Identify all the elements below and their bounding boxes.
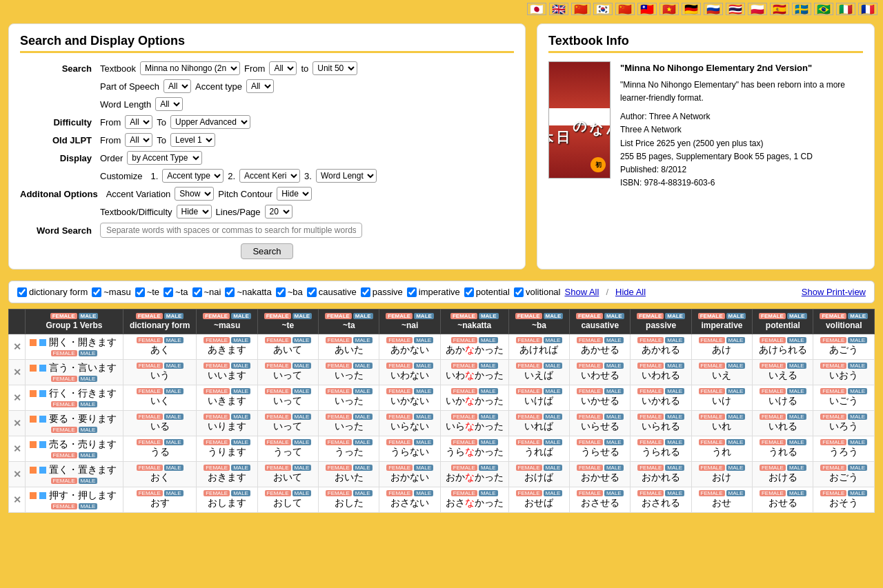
cell-female-btn[interactable]: FEMALE: [265, 465, 291, 471]
show-all-link[interactable]: Show All: [565, 287, 599, 297]
filter-te-checkbox[interactable]: [135, 287, 145, 297]
order-select[interactable]: by Accent Type: [127, 151, 202, 165]
cell-male-btn[interactable]: MALE: [292, 465, 312, 471]
word-male-btn[interactable]: MALE: [79, 350, 98, 356]
cell-male-btn[interactable]: MALE: [787, 414, 806, 420]
th-imperative-female[interactable]: FEMALE: [698, 313, 725, 319]
cell-female-btn[interactable]: FEMALE: [699, 439, 725, 445]
cell-male-btn[interactable]: MALE: [231, 414, 250, 420]
row-close-button[interactable]: ✕: [13, 392, 21, 403]
flag-tw[interactable]: 🇹🇼: [637, 3, 657, 15]
cell-female-btn[interactable]: FEMALE: [451, 439, 477, 445]
cell-male-btn[interactable]: MALE: [164, 337, 183, 343]
cell-male-btn[interactable]: MALE: [231, 439, 250, 445]
th-group1-male[interactable]: MALE: [79, 313, 99, 319]
row-close-button[interactable]: ✕: [13, 341, 21, 352]
cell-male-btn[interactable]: MALE: [353, 388, 373, 394]
accent-type-select[interactable]: All: [246, 79, 274, 93]
cell-female-btn[interactable]: FEMALE: [820, 439, 846, 445]
th-ba-female[interactable]: FEMALE: [515, 313, 542, 319]
cell-female-btn[interactable]: FEMALE: [699, 414, 725, 420]
cell-male-btn[interactable]: MALE: [479, 414, 498, 420]
cell-female-btn[interactable]: FEMALE: [577, 414, 603, 420]
cell-female-btn[interactable]: FEMALE: [326, 363, 352, 369]
cell-female-btn[interactable]: FEMALE: [820, 388, 846, 394]
cell-female-btn[interactable]: FEMALE: [516, 465, 542, 471]
cell-female-btn[interactable]: FEMALE: [451, 465, 477, 471]
th-nakatta-male[interactable]: MALE: [479, 313, 499, 319]
th-nai-male[interactable]: MALE: [414, 313, 434, 319]
cell-male-btn[interactable]: MALE: [353, 337, 373, 343]
cell-female-btn[interactable]: FEMALE: [760, 414, 786, 420]
word-female-btn[interactable]: FEMALE: [51, 452, 77, 458]
word-female-btn[interactable]: FEMALE: [51, 350, 77, 356]
flag-se[interactable]: 🇸🇪: [792, 3, 811, 15]
jlpt-from-select[interactable]: All: [125, 133, 152, 147]
pitch-contour-select[interactable]: Hide: [277, 187, 312, 201]
th-causative-male[interactable]: MALE: [604, 313, 624, 319]
flag-kr[interactable]: 🇰🇷: [593, 3, 613, 15]
cell-female-btn[interactable]: FEMALE: [637, 414, 664, 420]
th-potential-male[interactable]: MALE: [787, 313, 807, 319]
cell-female-btn[interactable]: FEMALE: [516, 414, 542, 420]
word-male-btn[interactable]: MALE: [79, 478, 98, 484]
cell-male-btn[interactable]: MALE: [292, 490, 312, 496]
cell-female-btn[interactable]: FEMALE: [204, 490, 230, 496]
cell-female-btn[interactable]: FEMALE: [577, 388, 603, 394]
flag-fr[interactable]: 🇫🇷: [858, 3, 877, 15]
cell-male-btn[interactable]: MALE: [787, 363, 806, 369]
cell-male-btn[interactable]: MALE: [231, 363, 250, 369]
word-male-btn[interactable]: MALE: [79, 427, 98, 433]
cell-female-btn[interactable]: FEMALE: [637, 337, 664, 343]
th-causative-female[interactable]: FEMALE: [576, 313, 603, 319]
cell-female-btn[interactable]: FEMALE: [760, 388, 786, 394]
cell-male-btn[interactable]: MALE: [604, 363, 624, 369]
filter-nai-checkbox[interactable]: [192, 287, 202, 297]
cell-male-btn[interactable]: MALE: [353, 414, 373, 420]
cell-female-btn[interactable]: FEMALE: [760, 465, 786, 471]
cell-female-btn[interactable]: FEMALE: [699, 363, 725, 369]
cell-male-btn[interactable]: MALE: [544, 337, 563, 343]
flag-ru[interactable]: 🇷🇺: [704, 3, 723, 15]
diff-from-select[interactable]: All: [125, 115, 152, 129]
th-ta-male[interactable]: MALE: [353, 313, 373, 319]
cell-male-btn[interactable]: MALE: [726, 337, 746, 343]
cell-male-btn[interactable]: MALE: [231, 388, 250, 394]
cell-male-btn[interactable]: MALE: [353, 465, 373, 471]
th-potential-female[interactable]: FEMALE: [759, 313, 786, 319]
cell-male-btn[interactable]: MALE: [726, 465, 746, 471]
cell-female-btn[interactable]: FEMALE: [326, 388, 352, 394]
cell-female-btn[interactable]: FEMALE: [265, 337, 291, 343]
cell-male-btn[interactable]: MALE: [292, 388, 312, 394]
cell-male-btn[interactable]: MALE: [164, 439, 183, 445]
cell-female-btn[interactable]: FEMALE: [516, 337, 542, 343]
cell-male-btn[interactable]: MALE: [604, 490, 624, 496]
cell-male-btn[interactable]: MALE: [544, 414, 563, 420]
cell-female-btn[interactable]: FEMALE: [386, 490, 413, 496]
cell-male-btn[interactable]: MALE: [292, 337, 312, 343]
flag-cn[interactable]: 🇨🇳: [571, 3, 591, 15]
cell-male-btn[interactable]: MALE: [604, 337, 624, 343]
word-male-btn[interactable]: MALE: [79, 452, 98, 458]
cell-female-btn[interactable]: FEMALE: [386, 337, 413, 343]
cell-male-btn[interactable]: MALE: [544, 490, 563, 496]
cell-female-btn[interactable]: FEMALE: [699, 337, 725, 343]
filter-ta-checkbox[interactable]: [163, 287, 173, 297]
filter-volitional-checkbox[interactable]: [514, 287, 524, 297]
word-female-btn[interactable]: FEMALE: [51, 401, 77, 407]
cell-male-btn[interactable]: MALE: [848, 337, 867, 343]
cell-female-btn[interactable]: FEMALE: [760, 363, 786, 369]
cell-male-btn[interactable]: MALE: [479, 439, 498, 445]
cell-female-btn[interactable]: FEMALE: [137, 337, 163, 343]
cell-male-btn[interactable]: MALE: [479, 490, 498, 496]
cell-male-btn[interactable]: MALE: [353, 363, 373, 369]
word-female-btn[interactable]: FEMALE: [51, 427, 77, 433]
cell-female-btn[interactable]: FEMALE: [516, 363, 542, 369]
cell-male-btn[interactable]: MALE: [848, 414, 867, 420]
cell-female-btn[interactable]: FEMALE: [637, 465, 664, 471]
cust3-select[interactable]: Word Lengt: [316, 169, 377, 183]
cell-female-btn[interactable]: FEMALE: [451, 414, 477, 420]
cell-female-btn[interactable]: FEMALE: [516, 388, 542, 394]
cell-male-btn[interactable]: MALE: [231, 465, 250, 471]
cell-female-btn[interactable]: FEMALE: [137, 363, 163, 369]
